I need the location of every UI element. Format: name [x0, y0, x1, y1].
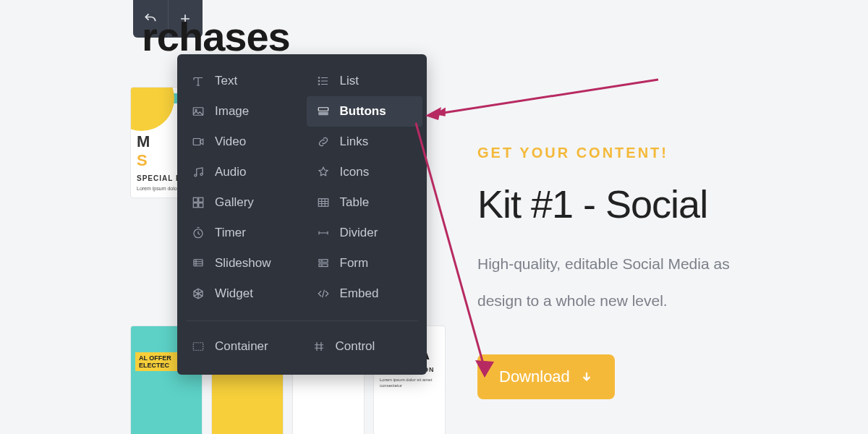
element-option-links[interactable]: Links: [307, 127, 423, 157]
element-option-divider[interactable]: Divider: [307, 218, 423, 248]
element-option-list[interactable]: List: [307, 66, 423, 96]
kit-title: Kit #1 - Social: [477, 182, 868, 226]
element-option-label: Timer: [215, 226, 246, 240]
element-option-icons[interactable]: Icons: [307, 157, 423, 187]
thumb-lorem: Lorem ipsum dolor sit amet consectetur: [380, 378, 439, 389]
svg-point-11: [318, 77, 320, 79]
svg-rect-14: [318, 108, 328, 111]
element-option-label: Image: [215, 104, 249, 119]
thumb-text: M: [137, 132, 150, 150]
svg-rect-2: [193, 139, 200, 145]
list-icon: [317, 75, 330, 88]
svg-rect-8: [199, 203, 203, 208]
kit-description-line: design to a whole new level.: [477, 289, 868, 313]
element-option-label: Control: [336, 339, 375, 354]
svg-rect-16: [318, 199, 328, 207]
element-option-gallery[interactable]: Gallery: [182, 187, 298, 218]
thumb-text: S: [137, 151, 148, 169]
links-icon: [317, 135, 330, 148]
icons-icon: [317, 166, 330, 179]
element-option-label: Buttons: [340, 104, 386, 119]
svg-rect-10: [194, 260, 203, 266]
element-option-label: Video: [215, 135, 246, 149]
element-option-label: Container: [215, 339, 268, 354]
video-icon: [192, 135, 205, 148]
element-option-label: Widget: [215, 286, 253, 301]
element-option-label: Table: [340, 195, 370, 210]
embed-icon: [317, 287, 330, 300]
element-option-label: Divider: [340, 226, 378, 240]
svg-point-3: [195, 174, 197, 176]
element-option-label: Links: [340, 135, 369, 149]
svg-rect-6: [199, 197, 203, 202]
element-option-video[interactable]: Video: [182, 127, 298, 157]
text-icon: [192, 75, 205, 88]
element-option-form[interactable]: Form: [307, 248, 423, 278]
kit-description-line: High-quality, editable Social Media as: [477, 252, 868, 276]
product-info-panel: GET YOUR CONTENT! Kit #1 - Social High-q…: [477, 145, 868, 399]
element-option-label: Gallery: [215, 195, 254, 210]
element-option-table[interactable]: Table: [307, 187, 423, 218]
page-title-fragment: rchases: [142, 13, 290, 60]
svg-rect-18: [319, 264, 328, 267]
eyebrow-text: GET YOUR CONTENT!: [477, 145, 868, 161]
element-option-timer[interactable]: Timer: [182, 218, 298, 248]
element-option-label: Embed: [340, 286, 379, 301]
image-icon: [192, 105, 205, 118]
insert-element-panel: TextImageVideoAudioGalleryTimerSlideshow…: [177, 54, 427, 375]
timer-icon: [192, 226, 205, 239]
svg-point-13: [318, 84, 320, 85]
widget-icon: [192, 287, 205, 300]
element-option-label: List: [340, 74, 359, 88]
svg-rect-19: [193, 343, 203, 351]
element-option-text[interactable]: Text: [182, 66, 298, 96]
element-option-widget[interactable]: Widget: [182, 278, 298, 309]
svg-point-12: [318, 80, 320, 82]
buttons-icon: [317, 105, 330, 118]
element-option-control[interactable]: Control: [302, 331, 423, 362]
element-option-label: Audio: [215, 165, 246, 179]
audio-icon: [192, 166, 205, 179]
element-option-label: Form: [340, 256, 369, 271]
container-icon: [192, 340, 205, 353]
slideshow-icon: [192, 257, 205, 270]
svg-rect-5: [193, 197, 197, 202]
svg-rect-15: [318, 112, 328, 116]
download-button-label: Download: [499, 367, 570, 386]
element-option-embed[interactable]: Embed: [307, 278, 423, 309]
gallery-icon: [192, 196, 205, 209]
element-option-label: Icons: [340, 165, 370, 179]
table-icon: [317, 196, 330, 209]
element-option-label: Slideshow: [215, 256, 271, 271]
svg-rect-17: [319, 260, 328, 263]
control-icon: [312, 340, 326, 353]
svg-rect-7: [193, 203, 197, 208]
element-option-container[interactable]: Container: [182, 331, 302, 362]
divider-icon: [317, 226, 330, 239]
form-icon: [317, 257, 330, 270]
element-option-audio[interactable]: Audio: [182, 157, 298, 187]
download-button[interactable]: Download: [477, 354, 615, 399]
download-icon: [580, 370, 593, 383]
element-option-label: Text: [215, 74, 237, 88]
element-option-buttons[interactable]: Buttons: [307, 96, 423, 127]
svg-point-4: [200, 174, 203, 176]
element-option-image[interactable]: Image: [182, 96, 298, 127]
element-option-slideshow[interactable]: Slideshow: [182, 248, 298, 278]
